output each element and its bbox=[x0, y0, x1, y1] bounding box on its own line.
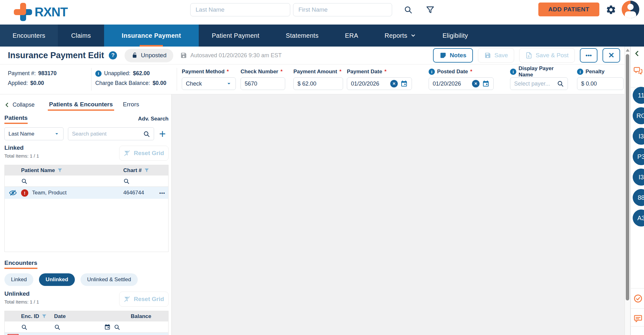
nav-tab-encounters[interactable]: Encounters bbox=[0, 25, 58, 47]
encounters-section-title: Encounters bbox=[4, 260, 37, 269]
add-patient-link-button[interactable]: + bbox=[159, 129, 166, 139]
vertical-scrollbar[interactable] bbox=[625, 47, 630, 335]
tab-errors[interactable]: Errors bbox=[123, 101, 139, 111]
patient-searchbox bbox=[68, 127, 154, 140]
rxnt-logo-icon bbox=[14, 3, 32, 21]
tasks-check-icon[interactable] bbox=[633, 294, 643, 303]
queue-badge[interactable]: A3 bbox=[633, 209, 644, 226]
scrollbar-thumb[interactable] bbox=[626, 54, 629, 300]
unapplied-amount: $62.00 bbox=[133, 69, 150, 78]
filter-clear-icon bbox=[124, 150, 130, 157]
column-search-icon[interactable] bbox=[123, 178, 130, 184]
nav-tab-eligibility[interactable]: Eligibility bbox=[429, 25, 481, 47]
filter-icon[interactable] bbox=[426, 5, 435, 14]
queue-badge[interactable]: P3 bbox=[633, 148, 644, 165]
calendar-icon[interactable] bbox=[400, 80, 408, 87]
check-number-input[interactable] bbox=[245, 81, 281, 87]
column-search-icon[interactable] bbox=[21, 178, 27, 184]
penalty-input[interactable] bbox=[581, 81, 619, 87]
calendar-icon[interactable] bbox=[482, 80, 490, 87]
calendar-icon[interactable] bbox=[104, 324, 111, 330]
last-name-search-input[interactable] bbox=[190, 3, 290, 16]
patients-panel: Collapse Patients & Encounters Errors Pa… bbox=[0, 94, 172, 335]
more-actions-button[interactable]: ••• bbox=[580, 48, 597, 63]
unlock-icon bbox=[131, 52, 138, 59]
chevron-down-icon bbox=[226, 81, 232, 87]
note-icon bbox=[440, 52, 447, 59]
payment-date-field: Payment Date* ✕ bbox=[347, 68, 412, 90]
payment-date-input[interactable] bbox=[351, 81, 388, 87]
column-header-enc-id[interactable]: Enc. ID bbox=[21, 313, 54, 320]
clear-date-icon[interactable]: ✕ bbox=[390, 80, 398, 87]
first-name-search-input[interactable] bbox=[293, 3, 392, 16]
reset-grid-button[interactable]: Reset Grid bbox=[119, 292, 169, 307]
column-filter-icon bbox=[42, 314, 47, 319]
payment-summary-right: i Unapplied:$62.00 Charge Back Balance:$… bbox=[95, 69, 166, 88]
payment-amount-input[interactable] bbox=[297, 81, 339, 87]
link-encounter-highlight bbox=[8, 334, 19, 335]
nav-tab-era[interactable]: ERA bbox=[332, 25, 371, 47]
nav-tab-statements[interactable]: Statements bbox=[273, 25, 332, 47]
payer-search-input[interactable] bbox=[514, 81, 554, 87]
clear-date-icon[interactable]: ✕ bbox=[472, 80, 480, 87]
collapse-panel-button[interactable]: Collapse bbox=[4, 102, 35, 111]
queue-badge[interactable]: I3 bbox=[633, 169, 644, 186]
patient-filter-select[interactable]: Last Name bbox=[4, 127, 64, 140]
display-payer-field: i Display Payer Name bbox=[510, 68, 568, 90]
pill-unlinked-settled[interactable]: Unlinked & Settled bbox=[80, 273, 138, 286]
column-search-icon[interactable] bbox=[114, 324, 120, 330]
scroll-up-arrow[interactable] bbox=[626, 49, 630, 52]
patient-row[interactable]: ! Team, Product 4646744 ••• bbox=[5, 187, 168, 199]
search-icon[interactable] bbox=[404, 5, 413, 14]
column-header-patient-name[interactable]: Patient Name bbox=[21, 167, 123, 174]
search-icon[interactable] bbox=[557, 80, 564, 87]
nav-tab-reports[interactable]: Reports bbox=[371, 25, 429, 47]
right-sidebar: 11 RG I3 P3 I3 88 A3 bbox=[630, 47, 644, 335]
info-icon: i bbox=[429, 69, 435, 75]
payment-method-select[interactable]: Check bbox=[182, 77, 236, 90]
post-document-icon: $ bbox=[525, 52, 532, 59]
comments-icon[interactable] bbox=[633, 314, 643, 323]
visibility-off-icon[interactable] bbox=[9, 189, 17, 197]
help-icon[interactable]: ? bbox=[109, 51, 117, 59]
queue-badge[interactable]: 11 bbox=[633, 87, 644, 104]
notes-button[interactable]: Notes bbox=[433, 48, 473, 63]
top-header: RXNT ADD PATIENT bbox=[0, 0, 644, 25]
nav-tab-patient-payment[interactable]: Patient Payment bbox=[199, 25, 273, 47]
queue-badge[interactable]: I3 bbox=[633, 128, 644, 145]
row-menu-button[interactable]: ••• bbox=[159, 190, 165, 196]
column-search-icon[interactable] bbox=[54, 324, 60, 330]
patient-name-cell: Team, Product bbox=[32, 190, 67, 196]
column-header-date[interactable]: Date bbox=[54, 313, 114, 320]
save-button[interactable]: Save bbox=[478, 48, 514, 63]
patient-search-input[interactable] bbox=[72, 131, 143, 137]
column-filter-icon bbox=[57, 168, 63, 173]
advanced-search-link[interactable]: Adv. Search bbox=[138, 116, 169, 122]
nav-tab-insurance-payment[interactable]: Insurance Payment bbox=[104, 25, 199, 47]
reset-grid-button[interactable]: Reset Grid bbox=[119, 146, 169, 161]
column-search-icon[interactable] bbox=[21, 324, 27, 330]
queue-badge[interactable]: RG bbox=[633, 107, 644, 124]
messages-icon[interactable] bbox=[633, 66, 643, 75]
encounter-row[interactable]: 3512454 04/08/2025 $ 10.00 ••• bbox=[5, 333, 168, 335]
close-button[interactable]: ✕ bbox=[602, 48, 620, 63]
page-title: Insurance Payment Edit bbox=[8, 51, 104, 60]
autosave-status: Autosaved 01/20/2026 9:30 am EST bbox=[180, 52, 281, 59]
chevron-down-icon bbox=[410, 33, 416, 38]
column-header-balance[interactable]: Balance bbox=[114, 313, 153, 320]
expand-sidebar-chevron-icon[interactable] bbox=[634, 50, 640, 57]
column-header-chart[interactable]: Chart # bbox=[123, 167, 155, 174]
pill-linked[interactable]: Linked bbox=[4, 273, 33, 286]
tab-patients-encounters[interactable]: Patients & Encounters bbox=[49, 101, 113, 111]
pill-unlinked[interactable]: Unlinked bbox=[39, 273, 75, 286]
queue-badge[interactable]: 88 bbox=[633, 189, 644, 206]
unlinked-grid-title: Unlinked bbox=[4, 290, 39, 297]
add-patient-button[interactable]: ADD PATIENT bbox=[538, 3, 599, 16]
save-and-post-button[interactable]: $ Save & Post bbox=[519, 48, 575, 63]
nav-tab-claims[interactable]: Claims bbox=[58, 25, 104, 47]
save-icon bbox=[484, 52, 491, 59]
gear-icon[interactable] bbox=[606, 4, 616, 15]
posted-date-input[interactable] bbox=[433, 81, 469, 87]
applied-amount: $0.00 bbox=[30, 78, 44, 88]
user-avatar[interactable] bbox=[622, 1, 639, 18]
